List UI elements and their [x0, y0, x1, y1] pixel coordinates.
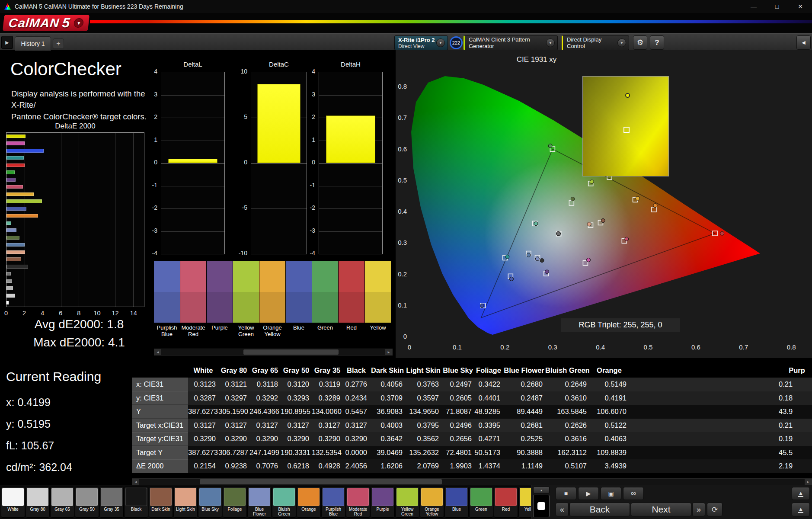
patch-color — [150, 488, 172, 506]
table-cell-clipped: 43.9 — [778, 407, 812, 416]
chevron-down-icon[interactable]: ▼ — [617, 38, 626, 47]
patch-button-bluish-green[interactable]: Bluish Green — [272, 487, 296, 518]
meter-dropdown[interactable]: X-Rite i1Pro 2 Direct View ▼ — [394, 35, 448, 50]
logo-dropdown-icon[interactable]: ▼ — [74, 18, 84, 28]
scrollbar-thumb[interactable] — [200, 479, 442, 484]
table-cell: 0.3290 — [281, 435, 312, 443]
patch-button-blue-flower[interactable]: Blue Flower — [247, 487, 272, 518]
settings-button[interactable]: ⚙ — [633, 35, 647, 50]
swatch-blue[interactable]: Blue — [286, 261, 312, 347]
patch-button-orange[interactable]: Orange — [297, 487, 321, 518]
swatch-label: Orange Yellow — [259, 324, 285, 338]
swatch-label: Green — [312, 324, 338, 331]
maximize-button[interactable]: □ — [765, 0, 789, 13]
patch-button-green[interactable]: Green — [469, 487, 493, 518]
scroll-left-icon[interactable]: ◄ — [154, 349, 161, 355]
swatch-red[interactable]: Red — [339, 261, 364, 347]
add-tab-button[interactable]: + — [53, 38, 64, 49]
swatch-color — [365, 261, 391, 323]
table-cell-clipped: 45.5 — [778, 449, 812, 457]
next-button[interactable]: Next — [631, 503, 691, 516]
patch-button-yellow[interactable]: Yellow — [518, 487, 531, 518]
scrollbar-thumb[interactable] — [243, 349, 339, 355]
scroll-left-icon[interactable]: ◄ — [132, 479, 139, 485]
calman-logo[interactable]: CalMAN 5 ▼ — [3, 15, 90, 31]
patch-button-foliage[interactable]: Foliage — [223, 487, 247, 518]
first-page-button[interactable]: « — [556, 503, 569, 516]
display-control-dropdown[interactable]: Direct Display Control ▼ — [562, 35, 629, 50]
meter-count-badge[interactable]: 222 — [450, 36, 463, 49]
swatch-orange-yellow[interactable]: Orange Yellow — [259, 261, 285, 347]
swatch-label: Red — [339, 324, 364, 331]
minimize-button[interactable]: — — [742, 0, 765, 13]
patch-button-yellow-green[interactable]: Yellow Green — [395, 487, 419, 518]
scroll-right-icon[interactable]: ► — [385, 349, 392, 355]
patch-button-gray-80[interactable]: Gray 80 — [26, 487, 50, 518]
patch-button-purple[interactable]: Purple — [371, 487, 395, 518]
table-cell: 0.3121 — [218, 380, 249, 388]
deltaE-bar-orange-yellow — [6, 192, 34, 196]
scrollbar-track[interactable] — [161, 349, 385, 355]
close-button[interactable]: ✕ — [789, 0, 812, 13]
continuous-measure-button[interactable]: ∞ — [623, 487, 644, 500]
patch-button-white[interactable]: White — [1, 487, 25, 518]
table-cell-clipped: 0.21 — [778, 421, 812, 429]
patch-button-blue[interactable]: Blue — [444, 487, 469, 518]
table-cell: 0.7076 — [249, 462, 281, 470]
play-button[interactable]: ▶ — [578, 487, 599, 500]
patch-button-gray-50[interactable]: Gray 50 — [75, 487, 99, 518]
chevron-down-icon[interactable]: ▼ — [436, 38, 445, 47]
scrollbar-track[interactable] — [139, 479, 805, 485]
deltaH-bar — [326, 115, 375, 163]
table-scrollbar[interactable]: ◄ ► — [132, 478, 812, 485]
single-measure-button[interactable]: ▣ — [601, 487, 621, 500]
table-cell: 190.3331 — [281, 449, 312, 457]
patch-button-gray-65[interactable]: Gray 65 — [50, 487, 74, 518]
swatch-green[interactable]: Green — [312, 261, 338, 347]
tab-history-1[interactable]: History 1 — [15, 36, 51, 51]
stop-button[interactable]: ■ — [556, 487, 576, 500]
chevron-down-icon[interactable]: ▼ — [546, 38, 555, 47]
patch-button-purplish-blue[interactable]: Purplish Blue — [321, 487, 345, 518]
table-cell: 387.6273 — [188, 449, 218, 457]
table-header-row: WhiteGray 80Gray 65Gray 50Gray 35BlackDa… — [132, 363, 812, 378]
swatch-purple[interactable]: Purple — [207, 261, 233, 347]
export-button[interactable]: ▲ — [792, 503, 810, 516]
patch-button-dark-skin[interactable]: Dark Skin — [149, 487, 173, 518]
swatch-yellow-green[interactable]: Yellow Green — [233, 261, 259, 347]
panel-expand-button[interactable]: ▲ — [533, 487, 550, 493]
patch-button-blue-sky[interactable]: Blue Sky — [198, 487, 222, 518]
pattern-generator-dropdown[interactable]: CalMAN Client 3 Pattern Generator ▼ — [464, 35, 558, 50]
scroll-right-icon[interactable]: ► — [805, 479, 812, 485]
measurement-table: WhiteGray 80Gray 65Gray 50Gray 35BlackDa… — [132, 363, 812, 475]
table-cell: 0.3290 — [249, 435, 281, 443]
help-button[interactable]: ? — [650, 35, 664, 50]
deltaH-y-axis: 43210-1-2-3-4 — [301, 72, 317, 254]
back-button[interactable]: Back — [569, 503, 630, 516]
swatch-yellow[interactable]: Yellow — [365, 261, 391, 347]
patch-button-light-skin[interactable]: Light Skin — [173, 487, 198, 518]
patch-button-gray-35[interactable]: Gray 35 — [99, 487, 124, 518]
y-tick-label: -5 — [233, 204, 247, 211]
table-cell: 0.3293 — [281, 394, 312, 402]
patch-button-moderate-red[interactable]: Moderate Red — [346, 487, 370, 518]
tab-scroll-left-button[interactable]: ▶ — [1, 36, 13, 49]
reading-fl: fL: 105.67 — [6, 439, 54, 452]
layout-button[interactable]: ▲ — [792, 487, 810, 500]
patch-button-red[interactable]: Red — [494, 487, 518, 518]
color-swatch-strip: Purplish BlueModerate RedPurpleYellow Gr… — [154, 261, 393, 347]
patch-button-black[interactable]: Black — [124, 487, 148, 518]
patch-button-bar: WhiteGray 80Gray 65Gray 50Gray 35BlackDa… — [0, 485, 531, 519]
row-label: Target Y — [132, 446, 188, 460]
pattern-window-button[interactable] — [533, 495, 550, 517]
deltaE-bar-blue-sky — [6, 243, 25, 247]
swatch-color — [207, 261, 233, 323]
swatch-moderate-red[interactable]: Moderate Red — [180, 261, 206, 347]
swatch-strip-scrollbar[interactable]: ◄ ► — [154, 349, 393, 356]
refresh-button[interactable]: ⟳ — [707, 503, 722, 516]
patch-button-orange-yellow[interactable]: Orange Yellow — [420, 487, 444, 518]
table-cell: 0.3562 — [405, 435, 441, 443]
last-page-button[interactable]: » — [692, 503, 705, 516]
swatch-purplish-blue[interactable]: Purplish Blue — [154, 261, 180, 347]
panel-collapse-button[interactable]: ◀ — [796, 35, 811, 50]
